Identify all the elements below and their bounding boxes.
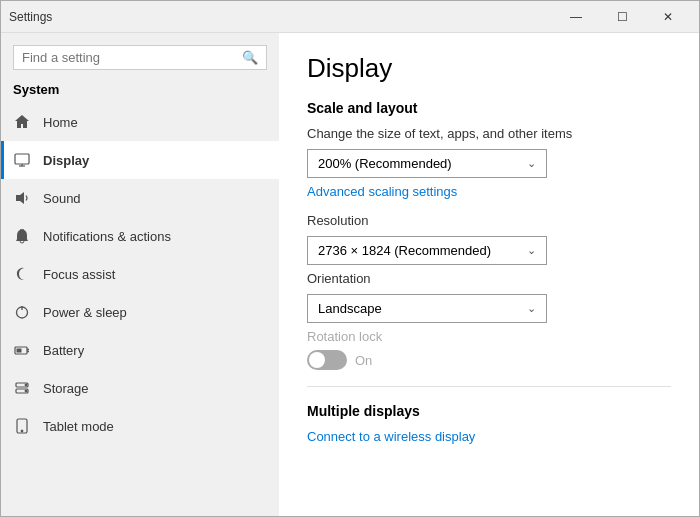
advanced-scaling-link[interactable]: Advanced scaling settings [307,184,671,199]
sidebar-section-label: System [1,78,279,101]
rotation-lock-label: Rotation lock [307,329,382,344]
settings-window: Settings — ☐ ✕ 🔍 System Ho [0,0,700,517]
power-icon [13,303,31,321]
svg-rect-0 [15,154,29,164]
rotation-lock-toggle[interactable] [307,350,347,370]
sidebar-item-focus[interactable]: Focus assist [1,255,279,293]
bell-icon [13,227,31,245]
tablet-icon [13,417,31,435]
search-box[interactable]: 🔍 [13,45,267,70]
scale-dropdown-arrow: ⌄ [527,157,536,170]
sound-icon [13,189,31,207]
sidebar-item-display[interactable]: Display [1,141,279,179]
maximize-button[interactable]: ☐ [599,1,645,33]
window-title: Settings [9,10,553,24]
scale-description: Change the size of text, apps, and other… [307,126,671,141]
battery-icon [13,341,31,359]
resolution-dropdown-arrow: ⌄ [527,244,536,257]
svg-point-13 [25,390,27,392]
section-divider [307,386,671,387]
svg-rect-9 [17,349,22,353]
wireless-display-link[interactable]: Connect to a wireless display [307,429,671,444]
sidebar-item-sound[interactable]: Sound [1,179,279,217]
orientation-dropdown[interactable]: Landscape ⌄ [307,294,547,323]
svg-marker-3 [16,192,24,204]
display-icon [13,151,31,169]
sidebar-item-storage[interactable]: Storage [1,369,279,407]
scale-section-title: Scale and layout [307,100,671,116]
toggle-on-label: On [355,353,372,368]
scale-dropdown-value: 200% (Recommended) [318,156,452,171]
resolution-dropdown[interactable]: 2736 × 1824 (Recommended) ⌄ [307,236,547,265]
storage-icon [13,379,31,397]
moon-icon [13,265,31,283]
sidebar-item-home-label: Home [43,115,78,130]
main-content: Display Scale and layout Change the size… [279,33,699,516]
scale-dropdown[interactable]: 200% (Recommended) ⌄ [307,149,547,178]
minimize-button[interactable]: — [553,1,599,33]
sidebar-item-power[interactable]: Power & sleep [1,293,279,331]
sidebar-item-power-label: Power & sleep [43,305,127,320]
sidebar-item-notifications[interactable]: Notifications & actions [1,217,279,255]
sidebar-item-notifications-label: Notifications & actions [43,229,171,244]
sidebar-item-home[interactable]: Home [1,103,279,141]
search-icon: 🔍 [242,50,258,65]
rotation-lock-row: Rotation lock On [307,329,671,370]
svg-point-15 [21,430,23,432]
sidebar-item-tablet[interactable]: Tablet mode [1,407,279,445]
sidebar: 🔍 System Home [1,33,279,516]
resolution-label: Resolution [307,213,671,228]
titlebar: Settings — ☐ ✕ [1,1,699,33]
orientation-label: Orientation [307,271,671,286]
sidebar-item-tablet-label: Tablet mode [43,419,114,434]
multiple-displays-title: Multiple displays [307,403,671,419]
sidebar-item-sound-label: Sound [43,191,81,206]
close-button[interactable]: ✕ [645,1,691,33]
window-controls: — ☐ ✕ [553,1,691,33]
search-input[interactable] [22,50,236,65]
orientation-dropdown-value: Landscape [318,301,382,316]
sidebar-item-battery[interactable]: Battery [1,331,279,369]
content-area: 🔍 System Home [1,33,699,516]
svg-point-12 [25,384,27,386]
sidebar-item-focus-label: Focus assist [43,267,115,282]
sidebar-item-storage-label: Storage [43,381,89,396]
home-icon [13,113,31,131]
orientation-dropdown-arrow: ⌄ [527,302,536,315]
toggle-knob [309,352,325,368]
page-title: Display [307,53,671,84]
resolution-dropdown-value: 2736 × 1824 (Recommended) [318,243,491,258]
sidebar-item-battery-label: Battery [43,343,84,358]
sidebar-item-display-label: Display [43,153,89,168]
